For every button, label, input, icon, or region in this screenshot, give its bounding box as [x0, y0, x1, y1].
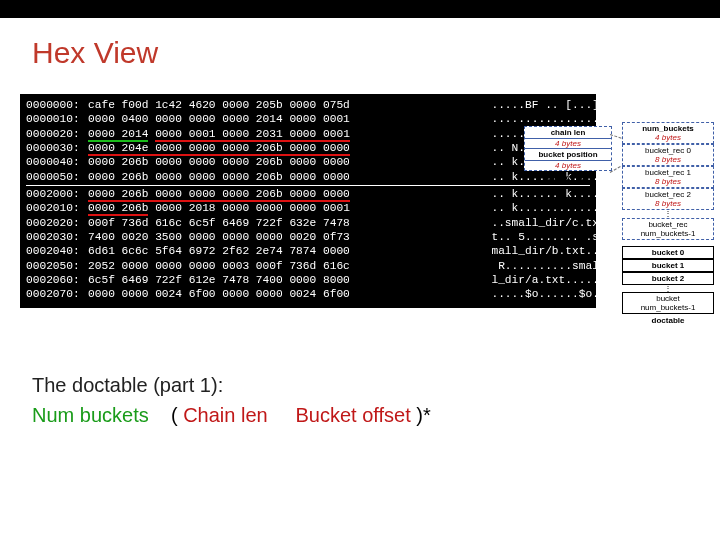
- diagram-vdots: ⋮: [622, 210, 714, 218]
- hex-row: 0000010:0000 0400 0000 0000 0000 2014 00…: [26, 112, 590, 126]
- diagram-vdots-2: ⋮: [622, 285, 714, 293]
- diagram-bucket-rec-box: bucket_rec 28 bytes: [622, 188, 714, 210]
- diagram-bucket-rec-box: bucket_rec 18 bytes: [622, 166, 714, 188]
- hex-row: 0002000:0000 206b 0000 0000 0000 206b 00…: [26, 187, 590, 201]
- hex-row: 0000040:0000 206b 0000 0000 0000 206b 00…: [26, 155, 590, 169]
- diagram-bucket-cell: bucket 0: [622, 246, 714, 259]
- caption-paren-close: )*: [416, 404, 430, 426]
- hex-row: 0002060:6c5f 6469 722f 612e 7478 7400 00…: [26, 273, 590, 287]
- caption-bucket-offset: Bucket offset: [295, 404, 410, 426]
- hex-row: 0002030:7400 0020 3500 0000 0000 0000 00…: [26, 230, 590, 244]
- diagram-bucket-rec-box: bucket_rec 08 bytes: [622, 144, 714, 166]
- caption-paren-open: (: [171, 404, 183, 426]
- caption-line1: The doctable (part 1):: [32, 370, 431, 400]
- hex-row: 0002070:0000 0000 0024 6f00 0000 0000 00…: [26, 287, 590, 301]
- caption-chain-len: Chain len: [183, 404, 268, 426]
- caption-block: The doctable (part 1): Num buckets ( Cha…: [32, 370, 431, 430]
- diagram-num-buckets-label: num_buckets: [623, 124, 713, 133]
- hex-row: 0002020:000f 736d 616c 6c5f 6469 722f 63…: [26, 216, 590, 230]
- diagram-num-buckets-box: num_buckets 4 bytes: [622, 122, 714, 144]
- hex-row: 0000000:cafe f00d 1c42 4620 0000 205b 00…: [26, 98, 590, 112]
- bucket-rec-diagram: chain len4 bytesbucket position4 bytes b…: [524, 126, 612, 184]
- hex-row: 0000030:0000 204e 0000 0000 0000 206b 00…: [26, 141, 590, 155]
- hex-dump: 0000000:cafe f00d 1c42 4620 0000 205b 00…: [20, 94, 596, 308]
- hex-row: 0002050:2052 0000 0000 0000 0003 000f 73…: [26, 259, 590, 273]
- caption-num-buckets: Num buckets: [32, 404, 149, 426]
- hex-row: 0000020:0000 2014 0000 0001 0000 2031 00…: [26, 127, 590, 141]
- slide-title: Hex View: [0, 18, 720, 70]
- bucket-rec-label: bucket_rec: [524, 171, 612, 184]
- top-black-bar: [0, 0, 720, 18]
- hex-row: 0002010:0000 206b 0000 2018 0000 0000 00…: [26, 201, 590, 215]
- diagram-doctable-label: doctable: [622, 314, 714, 327]
- hex-row: 0002040:6d61 6c6c 5f64 6972 2f62 2e74 78…: [26, 244, 590, 258]
- diagram-num-buckets-size: 4 bytes: [623, 133, 713, 142]
- diagram-bucket-cell: bucket 2: [622, 272, 714, 285]
- doctable-diagram: num_buckets 4 bytes bucket_rec 08 bytesb…: [622, 122, 714, 327]
- caption-line2: Num buckets ( Chain len Bucket offset )*: [32, 400, 431, 430]
- diagram-last-bucket-cell: bucket num_buckets-1: [622, 292, 714, 314]
- diagram-bucket-cell: bucket 1: [622, 259, 714, 272]
- bucket-rec-row: 4 bytes: [525, 138, 611, 148]
- bucket-rec-row: bucket position: [525, 148, 611, 160]
- bucket-rec-row: chain len: [525, 127, 611, 138]
- bucket-rec-row: 4 bytes: [525, 160, 611, 170]
- diagram-last-bucket-rec: bucket_rec num_buckets-1: [622, 218, 714, 240]
- hex-row: 0000050:0000 206b 0000 0000 0000 206b 00…: [26, 170, 590, 184]
